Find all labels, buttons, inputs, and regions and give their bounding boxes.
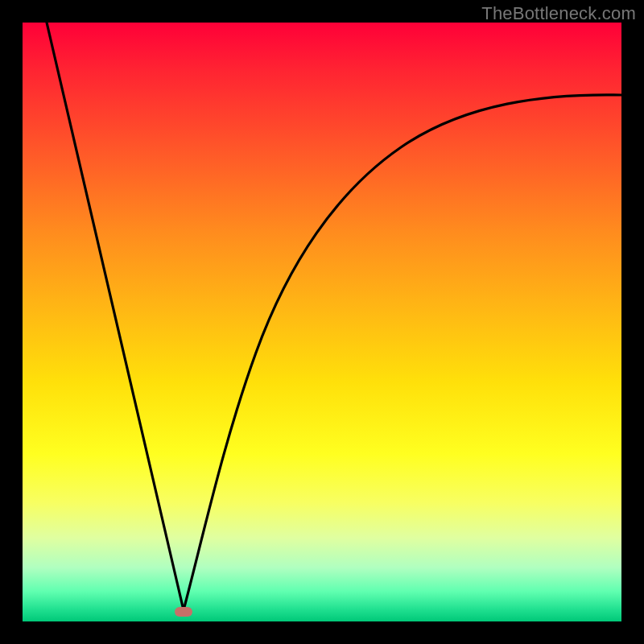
watermark-label: TheBottleneck.com [481,3,636,24]
chart-frame: TheBottleneck.com [0,0,644,644]
right-branch-path [184,95,621,610]
min-point-marker [175,607,192,617]
left-branch-path [47,23,184,610]
bottleneck-curve [23,23,621,621]
